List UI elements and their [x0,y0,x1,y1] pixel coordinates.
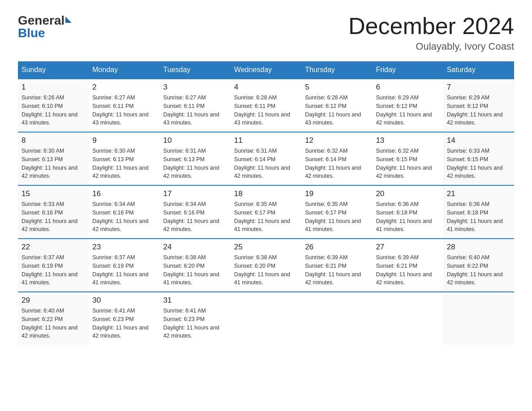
page-header: General Blue December 2024 Oulayably, Iv… [18,13,514,52]
title-area: December 2024 Oulayably, Ivory Coast [348,13,514,52]
day-number: 23 [92,243,156,252]
day-number: 13 [376,136,439,145]
logo: General Blue [18,13,72,40]
day-number: 2 [92,83,156,92]
calendar-cell [372,292,443,345]
day-number: 10 [163,136,227,145]
day-number: 7 [447,83,511,92]
day-info: Sunrise: 6:37 AMSunset: 6:19 PMDaylight:… [92,253,156,287]
calendar-cell: 4Sunrise: 6:28 AMSunset: 6:11 PMDaylight… [231,79,301,132]
day-info: Sunrise: 6:40 AMSunset: 6:22 PMDaylight:… [447,253,511,287]
day-number: 5 [305,83,369,92]
day-number: 22 [21,243,85,252]
calendar-body: 1Sunrise: 6:26 AMSunset: 6:10 PMDaylight… [18,79,514,345]
calendar-cell: 27Sunrise: 6:39 AMSunset: 6:21 PMDayligh… [372,239,443,292]
month-title: December 2024 [348,13,514,39]
day-number: 8 [21,136,85,145]
day-info: Sunrise: 6:30 AMSunset: 6:13 PMDaylight:… [92,147,156,180]
calendar-cell: 30Sunrise: 6:41 AMSunset: 6:23 PMDayligh… [89,292,159,345]
day-info: Sunrise: 6:35 AMSunset: 6:17 PMDaylight:… [305,200,369,234]
logo-arrow-icon [65,17,72,23]
calendar-cell: 16Sunrise: 6:34 AMSunset: 6:16 PMDayligh… [89,185,159,239]
calendar-cell: 3Sunrise: 6:27 AMSunset: 6:11 PMDaylight… [160,79,231,132]
calendar-cell: 5Sunrise: 6:28 AMSunset: 6:12 PMDaylight… [301,79,372,132]
calendar-cell: 11Sunrise: 6:31 AMSunset: 6:14 PMDayligh… [231,132,301,185]
calendar-cell: 2Sunrise: 6:27 AMSunset: 6:11 PMDaylight… [89,79,159,132]
calendar-table: SundayMondayTuesdayWednesdayThursdayFrid… [18,61,514,345]
day-info: Sunrise: 6:29 AMSunset: 6:12 PMDaylight:… [447,94,511,127]
weekday-header-wednesday: Wednesday [231,61,301,79]
calendar-cell [231,292,301,345]
calendar-header: SundayMondayTuesdayWednesdayThursdayFrid… [18,61,514,79]
day-info: Sunrise: 6:36 AMSunset: 6:18 PMDaylight:… [376,200,439,234]
calendar-cell: 21Sunrise: 6:36 AMSunset: 6:18 PMDayligh… [443,185,514,239]
day-info: Sunrise: 6:39 AMSunset: 6:21 PMDaylight:… [376,253,439,287]
calendar-cell: 7Sunrise: 6:29 AMSunset: 6:12 PMDaylight… [443,79,514,132]
day-info: Sunrise: 6:34 AMSunset: 6:16 PMDaylight:… [163,200,227,234]
day-number: 18 [234,189,298,198]
day-info: Sunrise: 6:28 AMSunset: 6:11 PMDaylight:… [234,94,298,127]
calendar-week-2: 8Sunrise: 6:30 AMSunset: 6:13 PMDaylight… [18,132,514,185]
day-number: 11 [234,136,298,145]
day-number: 25 [234,243,298,252]
day-info: Sunrise: 6:38 AMSunset: 6:20 PMDaylight:… [163,253,227,287]
calendar-cell: 1Sunrise: 6:26 AMSunset: 6:10 PMDaylight… [18,79,89,132]
calendar-cell: 25Sunrise: 6:38 AMSunset: 6:20 PMDayligh… [231,239,301,292]
day-number: 29 [21,296,85,305]
calendar-cell: 23Sunrise: 6:37 AMSunset: 6:19 PMDayligh… [89,239,159,292]
day-info: Sunrise: 6:31 AMSunset: 6:13 PMDaylight:… [163,147,227,180]
calendar-cell: 26Sunrise: 6:39 AMSunset: 6:21 PMDayligh… [301,239,372,292]
calendar-cell: 6Sunrise: 6:29 AMSunset: 6:12 PMDaylight… [372,79,443,132]
day-info: Sunrise: 6:39 AMSunset: 6:21 PMDaylight:… [305,253,369,287]
calendar-week-1: 1Sunrise: 6:26 AMSunset: 6:10 PMDaylight… [18,79,514,132]
day-info: Sunrise: 6:33 AMSunset: 6:16 PMDaylight:… [21,200,85,234]
day-number: 26 [305,243,369,252]
day-number: 3 [163,83,227,92]
day-info: Sunrise: 6:28 AMSunset: 6:12 PMDaylight:… [305,94,369,127]
calendar-cell: 8Sunrise: 6:30 AMSunset: 6:13 PMDaylight… [18,132,89,185]
day-number: 21 [447,189,511,198]
day-info: Sunrise: 6:27 AMSunset: 6:11 PMDaylight:… [163,94,227,127]
calendar-cell: 10Sunrise: 6:31 AMSunset: 6:13 PMDayligh… [160,132,231,185]
day-number: 30 [92,296,156,305]
weekday-header-row: SundayMondayTuesdayWednesdayThursdayFrid… [18,61,514,79]
calendar-cell: 29Sunrise: 6:40 AMSunset: 6:22 PMDayligh… [18,292,89,345]
day-info: Sunrise: 6:31 AMSunset: 6:14 PMDaylight:… [234,147,298,180]
weekday-header-sunday: Sunday [18,61,89,79]
calendar-cell: 17Sunrise: 6:34 AMSunset: 6:16 PMDayligh… [160,185,231,239]
day-number: 1 [21,83,85,92]
day-number: 9 [92,136,156,145]
day-number: 27 [376,243,439,252]
weekday-header-thursday: Thursday [301,61,372,79]
weekday-header-saturday: Saturday [443,61,514,79]
calendar-cell: 12Sunrise: 6:32 AMSunset: 6:14 PMDayligh… [301,132,372,185]
calendar-cell: 14Sunrise: 6:33 AMSunset: 6:15 PMDayligh… [443,132,514,185]
calendar-cell: 24Sunrise: 6:38 AMSunset: 6:20 PMDayligh… [160,239,231,292]
day-number: 28 [447,243,511,252]
day-number: 16 [92,189,156,198]
day-info: Sunrise: 6:41 AMSunset: 6:23 PMDaylight:… [92,307,156,340]
day-info: Sunrise: 6:30 AMSunset: 6:13 PMDaylight:… [21,147,85,180]
day-number: 15 [21,189,85,198]
weekday-header-friday: Friday [372,61,443,79]
day-number: 14 [447,136,511,145]
day-number: 6 [376,83,439,92]
day-number: 17 [163,189,227,198]
calendar-cell: 22Sunrise: 6:37 AMSunset: 6:19 PMDayligh… [18,239,89,292]
day-info: Sunrise: 6:41 AMSunset: 6:23 PMDaylight:… [163,307,227,340]
calendar-cell: 20Sunrise: 6:36 AMSunset: 6:18 PMDayligh… [372,185,443,239]
calendar-week-3: 15Sunrise: 6:33 AMSunset: 6:16 PMDayligh… [18,185,514,239]
day-number: 31 [163,296,227,305]
day-info: Sunrise: 6:33 AMSunset: 6:15 PMDaylight:… [447,147,511,180]
day-info: Sunrise: 6:37 AMSunset: 6:19 PMDaylight:… [21,253,85,287]
calendar-cell: 15Sunrise: 6:33 AMSunset: 6:16 PMDayligh… [18,185,89,239]
day-number: 19 [305,189,369,198]
weekday-header-monday: Monday [89,61,159,79]
day-info: Sunrise: 6:27 AMSunset: 6:11 PMDaylight:… [92,94,156,127]
day-info: Sunrise: 6:34 AMSunset: 6:16 PMDaylight:… [92,200,156,234]
location: Oulayably, Ivory Coast [348,41,514,52]
day-info: Sunrise: 6:38 AMSunset: 6:20 PMDaylight:… [234,253,298,287]
day-info: Sunrise: 6:32 AMSunset: 6:15 PMDaylight:… [376,147,439,180]
day-number: 4 [234,83,298,92]
calendar-cell: 9Sunrise: 6:30 AMSunset: 6:13 PMDaylight… [89,132,159,185]
